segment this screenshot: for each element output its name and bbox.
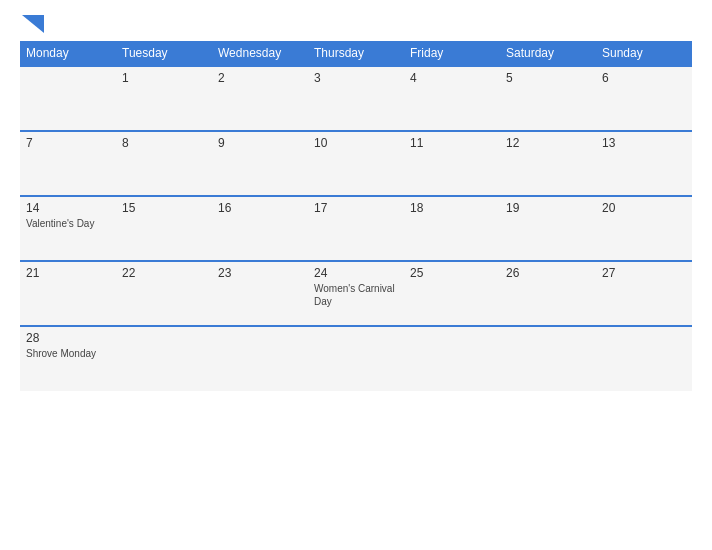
day-number: 12 xyxy=(506,136,590,150)
day-number: 21 xyxy=(26,266,110,280)
calendar-day-cell: 22 xyxy=(116,261,212,326)
calendar-page: Monday Tuesday Wednesday Thursday Friday… xyxy=(0,0,712,550)
col-tuesday: Tuesday xyxy=(116,41,212,66)
day-number: 23 xyxy=(218,266,302,280)
calendar-day-cell: 25 xyxy=(404,261,500,326)
calendar-day-cell: 24Women's Carnival Day xyxy=(308,261,404,326)
day-number: 10 xyxy=(314,136,398,150)
day-number: 16 xyxy=(218,201,302,215)
logo xyxy=(20,15,44,31)
calendar-week-row: 21222324Women's Carnival Day252627 xyxy=(20,261,692,326)
calendar-day-cell: 1 xyxy=(116,66,212,131)
calendar-day-cell: 7 xyxy=(20,131,116,196)
calendar-day-cell: 14Valentine's Day xyxy=(20,196,116,261)
calendar-day-cell: 6 xyxy=(596,66,692,131)
col-wednesday: Wednesday xyxy=(212,41,308,66)
day-number: 14 xyxy=(26,201,110,215)
day-event-label: Shrove Monday xyxy=(26,347,110,360)
calendar-week-row: 78910111213 xyxy=(20,131,692,196)
calendar-week-row: 14Valentine's Day151617181920 xyxy=(20,196,692,261)
calendar-day-cell: 2 xyxy=(212,66,308,131)
day-number: 2 xyxy=(218,71,302,85)
calendar-day-cell xyxy=(596,326,692,391)
col-friday: Friday xyxy=(404,41,500,66)
calendar-day-cell: 20 xyxy=(596,196,692,261)
col-saturday: Saturday xyxy=(500,41,596,66)
header xyxy=(20,15,692,31)
day-number: 5 xyxy=(506,71,590,85)
day-number: 9 xyxy=(218,136,302,150)
day-number: 11 xyxy=(410,136,494,150)
calendar-day-cell: 15 xyxy=(116,196,212,261)
day-number: 6 xyxy=(602,71,686,85)
day-number: 15 xyxy=(122,201,206,215)
calendar-day-cell xyxy=(212,326,308,391)
calendar-day-cell: 19 xyxy=(500,196,596,261)
calendar-day-cell: 3 xyxy=(308,66,404,131)
calendar-week-row: 28Shrove Monday xyxy=(20,326,692,391)
calendar-day-cell: 4 xyxy=(404,66,500,131)
day-number: 25 xyxy=(410,266,494,280)
day-event-label: Women's Carnival Day xyxy=(314,282,398,308)
calendar-day-cell xyxy=(116,326,212,391)
calendar-day-cell: 10 xyxy=(308,131,404,196)
day-number: 1 xyxy=(122,71,206,85)
col-thursday: Thursday xyxy=(308,41,404,66)
day-number: 7 xyxy=(26,136,110,150)
day-number: 27 xyxy=(602,266,686,280)
calendar-day-cell: 12 xyxy=(500,131,596,196)
day-event-label: Valentine's Day xyxy=(26,217,110,230)
calendar-day-cell: 11 xyxy=(404,131,500,196)
col-sunday: Sunday xyxy=(596,41,692,66)
day-number: 17 xyxy=(314,201,398,215)
calendar-header-row: Monday Tuesday Wednesday Thursday Friday… xyxy=(20,41,692,66)
calendar-day-cell: 27 xyxy=(596,261,692,326)
calendar-day-cell: 17 xyxy=(308,196,404,261)
col-monday: Monday xyxy=(20,41,116,66)
calendar-day-cell: 9 xyxy=(212,131,308,196)
calendar-week-row: 123456 xyxy=(20,66,692,131)
day-number: 26 xyxy=(506,266,590,280)
calendar-day-cell: 8 xyxy=(116,131,212,196)
calendar-day-cell: 18 xyxy=(404,196,500,261)
calendar-day-cell: 28Shrove Monday xyxy=(20,326,116,391)
day-number: 18 xyxy=(410,201,494,215)
calendar-day-cell: 23 xyxy=(212,261,308,326)
calendar-day-cell: 26 xyxy=(500,261,596,326)
calendar-day-cell xyxy=(20,66,116,131)
calendar-day-cell xyxy=(500,326,596,391)
day-number: 8 xyxy=(122,136,206,150)
calendar-day-cell xyxy=(308,326,404,391)
day-number: 19 xyxy=(506,201,590,215)
day-number: 4 xyxy=(410,71,494,85)
day-number: 3 xyxy=(314,71,398,85)
day-number: 20 xyxy=(602,201,686,215)
calendar-day-cell: 5 xyxy=(500,66,596,131)
day-number: 24 xyxy=(314,266,398,280)
svg-marker-0 xyxy=(22,15,44,33)
calendar-day-cell: 21 xyxy=(20,261,116,326)
calendar-table: Monday Tuesday Wednesday Thursday Friday… xyxy=(20,41,692,391)
day-number: 13 xyxy=(602,136,686,150)
logo-flag-icon xyxy=(22,15,44,33)
calendar-day-cell: 16 xyxy=(212,196,308,261)
calendar-day-cell: 13 xyxy=(596,131,692,196)
day-number: 28 xyxy=(26,331,110,345)
calendar-day-cell xyxy=(404,326,500,391)
logo-text xyxy=(20,15,44,31)
day-number: 22 xyxy=(122,266,206,280)
